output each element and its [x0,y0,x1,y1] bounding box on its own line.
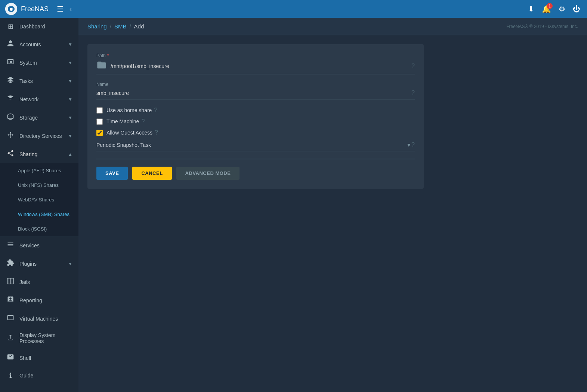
svg-point-3 [10,136,11,138]
folder-icon [96,60,107,72]
plugins-icon [6,259,15,268]
sidebar-item-label: Guide [19,373,72,379]
chevron-down-icon: ▼ [68,261,72,266]
sidebar-item-plugins[interactable]: Plugins ▼ [0,254,78,273]
required-indicator: * [107,53,109,58]
sidebar-item-label: Apple (AFP) Shares [18,168,72,173]
sidebar-item-afp-shares[interactable]: Apple (AFP) Shares [0,163,78,178]
allow-guest-access-checkbox[interactable] [96,130,103,136]
sidebar-item-reporting[interactable]: Reporting [0,291,78,309]
sidebar-item-label: Display System Processes [19,332,72,344]
services-icon [6,241,15,250]
topbar-icons: ⬇ 🔔 1 ⚙ ⏻ [526,2,583,16]
use-as-home-share-row: Use as home share ? [96,107,415,114]
allow-guest-access-row: Allow Guest Access ? [96,129,415,136]
sidebar-item-virtual-machines[interactable]: Virtual Machines [0,309,78,328]
sidebar-item-label: System [19,60,64,66]
sidebar-item-label: Jails [19,279,72,285]
sidebar-item-storage[interactable]: Storage ▼ [0,108,78,127]
sidebar-item-accounts[interactable]: Accounts ▼ [0,35,78,53]
svg-point-1 [10,134,11,135]
breadcrumb-smb[interactable]: SMB [114,23,127,30]
svg-point-2 [10,132,11,133]
sidebar-item-guide[interactable]: ℹ Guide [0,367,78,384]
sidebar-item-shell[interactable]: Shell [0,349,78,367]
advanced-mode-button[interactable]: ADVANCED MODE [176,167,240,180]
back-button[interactable]: ‹ [67,3,74,15]
use-home-share-help-icon[interactable]: ? [154,107,157,114]
network-icon [6,95,15,104]
breadcrumb-sep-1: / [110,23,111,30]
sidebar-item-label: Unix (NFS) Shares [18,182,72,188]
copyright-text: FreeNAS® © 2019 - iXsystems, Inc. [506,24,578,29]
path-help-icon[interactable]: ? [411,63,415,70]
sidebar-item-jails[interactable]: Jails [0,273,78,291]
breadcrumb-bar: Sharing / SMB / Add FreeNAS® © 2019 - iX… [78,18,587,35]
sidebar-item-iscsi-shares[interactable]: Block (iSCSI) [0,222,78,236]
form-divider [96,159,415,159]
sidebar-item-label: Dashboard [19,24,72,30]
sidebar-item-label: Services [19,243,72,249]
allow-guest-access-label[interactable]: Allow Guest Access ? [106,129,158,136]
sidebar-item-network[interactable]: Network ▼ [0,90,78,108]
sidebar-item-label: Accounts [19,41,64,47]
time-machine-checkbox[interactable] [96,118,103,125]
sidebar-item-label: Plugins [19,261,64,267]
sidebar-item-webdav-shares[interactable]: WebDAV Shares [0,192,78,207]
svg-point-5 [12,134,13,135]
jails-icon [6,277,15,287]
notifications-icon[interactable]: 🔔 1 [540,2,553,16]
svg-point-10 [12,150,13,152]
virtual-machines-icon [6,314,15,323]
save-button[interactable]: SAVE [96,167,128,180]
chevron-up-icon: ▲ [68,152,72,157]
chevron-down-icon: ▼ [68,42,72,47]
use-as-home-share-checkbox[interactable] [96,107,103,114]
guide-icon: ℹ [6,371,15,380]
svg-line-14 [9,151,12,152]
power-icon[interactable]: ⏻ [571,3,583,16]
sidebar-item-smb-shares[interactable]: Windows (SMB) Shares [0,207,78,222]
breadcrumb-sharing[interactable]: Sharing [87,23,107,30]
settings-icon[interactable]: ⚙ [556,2,568,16]
tasks-icon [6,76,15,86]
periodic-snapshot-select-row: Periodic Snapshot Task ▼ ? [96,141,415,151]
freenas-logo-icon [4,2,18,16]
system-icon [6,58,15,67]
use-as-home-share-label[interactable]: Use as home share ? [106,107,157,114]
chevron-down-icon: ▼ [68,115,72,120]
time-machine-label[interactable]: Time Machine ? [106,118,145,125]
cancel-button[interactable]: CANCEL [132,167,172,180]
sidebar-item-label: Block (iSCSI) [18,226,72,232]
sidebar-item-system[interactable]: System ▼ [0,53,78,72]
name-input[interactable] [96,89,411,98]
path-input[interactable] [111,62,408,71]
accounts-icon [6,40,15,49]
sidebar-item-dashboard[interactable]: ⊞ Dashboard [0,18,78,35]
sidebar-item-directory-services[interactable]: Directory Services ▼ [0,127,78,145]
hamburger-menu-button[interactable]: ☰ [55,2,66,16]
select-arrow-icon: ▼ [406,142,411,148]
sidebar-item-label: Storage [19,115,64,121]
sidebar-item-display-system-processes[interactable]: Display System Processes [0,328,78,349]
name-help-icon[interactable]: ? [411,90,415,96]
path-label: Path * [96,53,415,58]
button-row: SAVE CANCEL ADVANCED MODE [96,167,415,180]
chevron-down-icon: ▼ [68,60,72,65]
time-machine-help-icon[interactable]: ? [141,118,145,125]
svg-point-11 [8,152,10,154]
sidebar-item-nfs-shares[interactable]: Unix (NFS) Shares [0,178,78,192]
sidebar-item-services[interactable]: Services [0,236,78,254]
periodic-snapshot-select[interactable]: Periodic Snapshot Task [96,141,406,149]
sharing-submenu: Apple (AFP) Shares Unix (NFS) Shares Web… [0,163,78,236]
path-field: Path * ? [96,53,415,74]
sidebar-item-label: Sharing [19,151,64,157]
sidebar-item-tasks[interactable]: Tasks ▼ [0,72,78,90]
periodic-snapshot-task-field: Periodic Snapshot Task ▼ ? [96,141,415,151]
download-icon[interactable]: ⬇ [526,2,537,16]
svg-point-4 [8,134,9,135]
periodic-snapshot-help-icon[interactable]: ? [411,142,415,148]
sidebar-item-sharing[interactable]: Sharing ▲ [0,145,78,163]
allow-guest-access-help-icon[interactable]: ? [155,129,158,136]
reporting-icon [6,296,15,305]
